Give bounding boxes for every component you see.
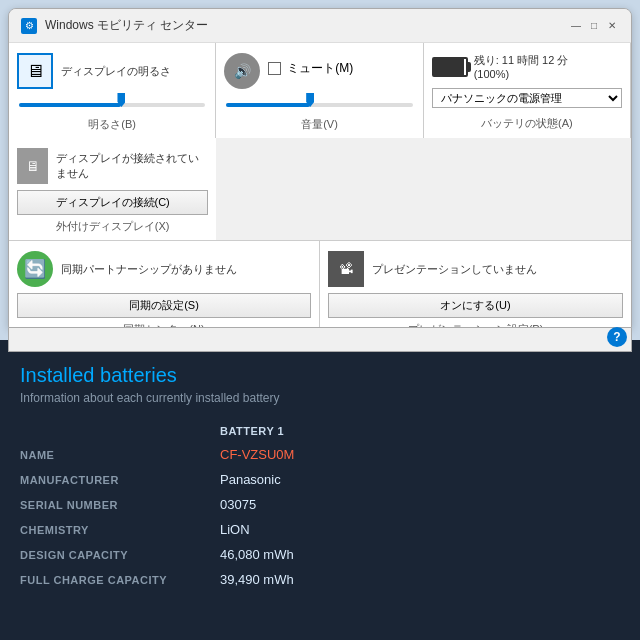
help-icon[interactable]: ? [607,327,627,347]
battery-label: バッテリの状態(A) [432,116,622,131]
table-row: DESIGN CAPACITY 46,080 mWh [20,547,620,562]
bottom-tile-row: 🔄 同期パートナーシップがありません 同期の設定(S) 同期センター(N) 📽 … [9,241,631,328]
battery-header: 残り: 11 時間 12 分 (100%) [432,53,622,80]
power-plan-dropdown[interactable]: パナソニックの電源管理 [432,88,622,108]
sync-icon: 🔄 [17,251,53,287]
brightness-slider-track [19,103,205,107]
titlebar-buttons: — □ ✕ [569,19,619,33]
volume-slider-fill [226,103,310,107]
full-cap-label: FULL CHARGE CAPACITY [20,574,220,586]
pres-tile-header: 📽 プレゼンテーションしていません [328,251,623,287]
titlebar-left: ⚙ Windows モビリティ センター [21,17,208,34]
presentation-icon: 📽 [328,251,364,287]
battery-column-header: BATTERY 1 [220,425,620,437]
mobility-center-window: ⚙ Windows モビリティ センター — □ ✕ 🖥 ディスプレイの明るさ [8,8,632,328]
mute-label: ミュート(M) [287,60,353,77]
brightness-label: 明るさ(B) [17,117,207,132]
chemistry-label: CHEMISTRY [20,524,220,536]
window-icon: ⚙ [21,18,37,34]
brightness-tile: 🖥 ディスプレイの明るさ 明るさ(B) [9,43,216,138]
manufacturer-value: Panasonic [220,472,620,487]
brightness-icon: 🖥 [17,53,53,89]
close-button[interactable]: ✕ [605,19,619,33]
sync-tile-header: 🔄 同期パートナーシップがありません [17,251,311,287]
serial-value: 03075 [220,497,620,512]
brightness-slider-fill [19,103,121,107]
battery-terminal [468,62,471,72]
volume-tile: 🔊 ミュート(M) 音量(V) [216,43,423,138]
battery-percent: (100%) [474,68,569,80]
minimize-button[interactable]: — [569,19,583,33]
name-value: CF-VZSU0M [220,447,620,462]
design-cap-value: 46,080 mWh [220,547,620,562]
sync-settings-button[interactable]: 同期の設定(S) [17,293,311,318]
volume-icon: 🔊 [224,53,260,89]
top-section: ⚙ Windows モビリティ センター — □ ✕ 🖥 ディスプレイの明るさ [0,0,640,340]
mute-row: ミュート(M) [268,60,353,77]
manufacturer-label: MANUFACTURER [20,474,220,486]
volume-slider-wrapper [226,97,412,113]
titlebar: ⚙ Windows モビリティ センター — □ ✕ [9,9,631,43]
volume-tile-header: 🔊 ミュート(M) [224,53,414,89]
window-footer: ? [8,328,632,352]
ext-display-icon: 🖥 [17,148,48,184]
presentation-tile: 📽 プレゼンテーションしていません オンにする(U) プレゼンテーション設定(P… [320,241,631,328]
ext-display-tile: 🖥 ディスプレイが接続されていません ディスプレイの接続(C) 外付けディスプレ… [9,138,216,240]
full-cap-value: 39,490 mWh [220,572,620,587]
window-title: Windows モビリティ センター [45,17,208,34]
battery-table: BATTERY 1 NAME CF-VZSU0M MANUFACTURER Pa… [20,425,620,587]
battery-tile: 残り: 11 時間 12 分 (100%) パナソニックの電源管理 バッテリの状… [424,43,631,138]
table-row: MANUFACTURER Panasonic [20,472,620,487]
presentation-on-button[interactable]: オンにする(U) [328,293,623,318]
table-row: SERIAL NUMBER 03075 [20,497,620,512]
sync-title: 同期パートナーシップがありません [61,262,237,277]
volume-slider-track [226,103,412,107]
name-label: NAME [20,449,220,461]
header-label-col [20,425,220,437]
brightness-title: ディスプレイの明るさ [61,64,171,79]
battery-remaining: 残り: 11 時間 12 分 [474,53,569,68]
volume-label: 音量(V) [224,117,414,132]
maximize-button[interactable]: □ [587,19,601,33]
ext-display-header: 🖥 ディスプレイが接続されていません [17,148,208,184]
battery-icon [432,57,468,77]
top-tile-row: 🖥 ディスプレイの明るさ 明るさ(B) 🔊 ミュート(M) [9,43,631,241]
connect-display-button[interactable]: ディスプレイの接続(C) [17,190,208,215]
battery-info-section: Installed batteries Information about ea… [0,340,640,640]
serial-label: SERIAL NUMBER [20,499,220,511]
pres-title: プレゼンテーションしていません [372,262,537,277]
ext-display-label: 外付けディスプレイ(X) [17,219,208,234]
battery-status-text: 残り: 11 時間 12 分 (100%) [474,53,569,80]
table-row: FULL CHARGE CAPACITY 39,490 mWh [20,572,620,587]
ext-display-title: ディスプレイが接続されていません [56,151,208,181]
table-row: CHEMISTRY LiON [20,522,620,537]
battery-info-title: Installed batteries [20,364,620,387]
mute-checkbox[interactable] [268,62,281,75]
sync-tile: 🔄 同期パートナーシップがありません 同期の設定(S) 同期センター(N) [9,241,320,328]
brightness-tile-header: 🖥 ディスプレイの明るさ [17,53,207,89]
battery-fill [434,59,464,75]
table-row: NAME CF-VZSU0M [20,447,620,462]
battery-table-header: BATTERY 1 [20,425,620,437]
design-cap-label: DESIGN CAPACITY [20,549,220,561]
brightness-slider-wrapper [19,97,205,113]
battery-info-subtitle: Information about each currently install… [20,391,620,405]
chemistry-value: LiON [220,522,620,537]
